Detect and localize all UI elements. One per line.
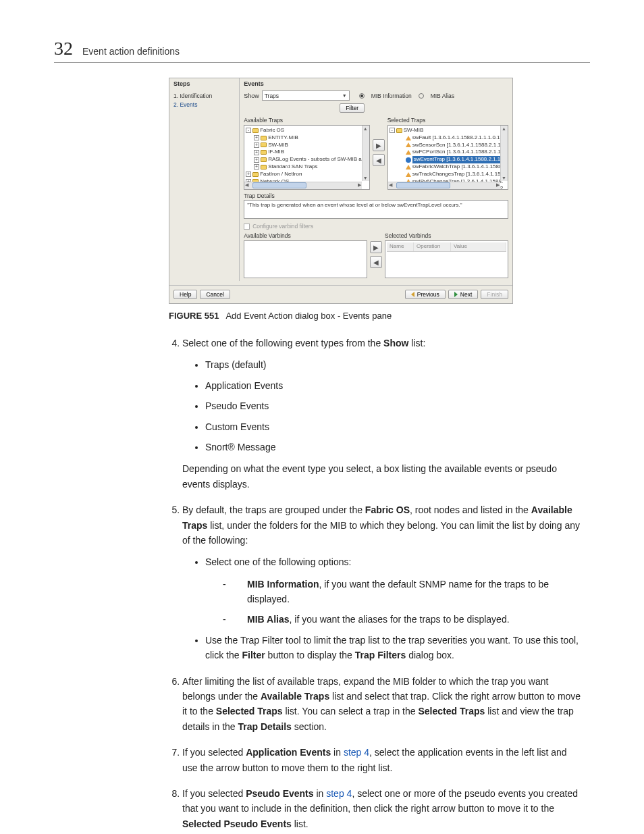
configure-varbind-checkbox[interactable] xyxy=(244,224,250,230)
add-event-action-dialog: Steps 1. Identification 2. Events Events… xyxy=(169,78,513,304)
selected-varbinds-label: Selected Varbinds xyxy=(385,231,508,240)
previous-button[interactable]: Previous xyxy=(405,290,446,299)
varbinds-table-header: Name Operation Value xyxy=(387,242,506,252)
page-header: 32 Event action definitions xyxy=(54,38,590,63)
step-4: Select one of the following event types … xyxy=(182,336,583,492)
list-item: Custom Events xyxy=(205,419,583,434)
filter-button[interactable]: Filter xyxy=(340,103,365,113)
scrollbar-horizontal[interactable] xyxy=(388,182,500,189)
collapse-icon[interactable]: - xyxy=(246,128,251,133)
expand-icon[interactable]: + xyxy=(254,135,259,140)
chevron-down-icon: ▼ xyxy=(342,93,347,98)
wizard-step[interactable]: 2. Events xyxy=(173,101,235,109)
info-icon xyxy=(406,157,411,163)
list-item: Traps (default) xyxy=(205,357,583,372)
instruction-list: Select one of the following event types … xyxy=(54,336,590,831)
list-item: Select one of the following options: MIB… xyxy=(205,554,583,627)
step-5: By default, the traps are grouped under … xyxy=(182,502,583,663)
arrow-right-icon xyxy=(454,292,458,297)
mib-alias-label: MIB Alias xyxy=(431,93,454,99)
expand-icon[interactable]: + xyxy=(246,172,251,177)
expand-icon[interactable]: + xyxy=(254,157,259,163)
selected-traps-label: Selected Traps xyxy=(387,115,508,125)
scrollbar-thumb[interactable] xyxy=(396,182,450,188)
col-value: Value xyxy=(451,242,506,251)
collapse-icon[interactable]: - xyxy=(390,128,395,133)
available-traps-label: Available Traps xyxy=(244,115,369,125)
available-varbinds-label: Available Varbinds xyxy=(244,231,367,240)
tree-node[interactable]: FastIron / NetIron xyxy=(260,171,302,178)
mib-information-radio[interactable] xyxy=(359,93,365,99)
list-item: MIB Alias, if you want the aliases for t… xyxy=(235,612,583,627)
step-4-link[interactable]: step 4 xyxy=(344,747,369,758)
step-4-link[interactable]: step 4 xyxy=(326,788,352,799)
folder-icon xyxy=(396,128,402,133)
tree-leaf[interactable]: swFault [1.3.6.1.4.1.1588.2.1.1.1.0.1] xyxy=(412,134,502,142)
move-right-button[interactable]: ▶ xyxy=(370,241,382,253)
figure-number: FIGURE 551 xyxy=(169,311,219,321)
chapter-title: Event action definitions xyxy=(82,46,180,57)
move-left-button[interactable]: ◀ xyxy=(370,256,382,268)
move-left-button[interactable]: ◀ xyxy=(373,154,385,166)
show-label: Show xyxy=(244,93,259,99)
expand-icon[interactable]: + xyxy=(254,164,259,170)
warning-icon xyxy=(406,172,411,177)
step-8: If you selected Pseudo Events in step 4,… xyxy=(182,786,583,831)
tree-leaf-selected[interactable]: swEventTrap [1.3.6.1.4.1.1588.2.1.1.1 xyxy=(412,156,506,163)
events-title: Events xyxy=(240,78,512,89)
selected-varbinds-list[interactable]: Name Operation Value xyxy=(385,240,508,278)
tree-node[interactable]: Fabric OS xyxy=(260,127,284,134)
tree-node[interactable]: ENTITY-MIB xyxy=(268,134,298,142)
scrollbar-horizontal[interactable] xyxy=(244,182,361,189)
help-button[interactable]: Help xyxy=(173,290,197,299)
tree-leaf[interactable]: swTrackChangesTrap [1.3.6.1.4.1.158 xyxy=(412,171,504,178)
list-item: MIB Information, if you want the default… xyxy=(235,577,583,607)
list-item: Snort® Message xyxy=(205,440,583,454)
figure-dialog: Steps 1. Identification 2. Events Events… xyxy=(169,78,513,304)
finish-button: Finish xyxy=(481,290,508,299)
scrollbar-vertical[interactable] xyxy=(362,126,369,181)
trap-details-box: "This trap is generated when an event wh… xyxy=(244,200,508,219)
next-button[interactable]: Next xyxy=(448,290,478,299)
tree-leaf[interactable]: swSensorScn [1.3.6.1.4.1.1588.2.1.1 xyxy=(412,142,501,149)
expand-icon[interactable]: + xyxy=(254,142,259,148)
trap-details-label: Trap Details xyxy=(240,190,512,200)
tree-node[interactable]: SW-MIB xyxy=(268,142,288,149)
cancel-button[interactable]: Cancel xyxy=(200,290,230,299)
figure-text: Add Event Action dialog box - Events pan… xyxy=(225,311,392,321)
mib-alias-radio[interactable] xyxy=(419,93,424,99)
mib-information-label: MIB Information xyxy=(371,93,412,99)
col-operation: Operation xyxy=(414,242,451,251)
folder-icon xyxy=(252,172,259,177)
selected-traps-list[interactable]: -SW-MIB swFault [1.3.6.1.4.1.1588.2.1.1.… xyxy=(387,125,508,190)
available-varbinds-list[interactable] xyxy=(244,240,367,278)
available-traps-list[interactable]: -Fabric OS +ENTITY-MIB +SW-MIB +IF-MIB +… xyxy=(244,125,369,190)
tree-node[interactable]: IF-MIB xyxy=(268,149,284,156)
tree-leaf[interactable]: swFabricWatchTrap [1.3.6.1.4.1.1588. xyxy=(412,163,504,171)
show-dropdown-value: Traps xyxy=(265,93,279,99)
step-6: After limiting the list of available tra… xyxy=(182,674,583,735)
tree-leaf[interactable]: swFCPortScn [1.3.6.1.4.1.1588.2.1.1.1 xyxy=(412,149,506,156)
tree-node[interactable]: Standard SAN Traps xyxy=(268,163,317,171)
arrow-left-icon xyxy=(411,292,414,297)
dialog-footer: Help Cancel Previous Next Finish xyxy=(169,285,512,303)
warning-icon xyxy=(406,142,411,147)
trap-details-text: "This trap is generated when an event wh… xyxy=(247,202,462,208)
folder-icon xyxy=(261,165,267,170)
wizard-step[interactable]: 1. Identification xyxy=(173,92,235,101)
scrollbar-thumb[interactable] xyxy=(252,182,306,188)
step-7: If you selected Application Events in st… xyxy=(182,745,583,775)
events-pane: Events Show Traps ▼ MIB Information MIB … xyxy=(240,78,512,281)
list-item: Use the Trap Filter tool to limit the tr… xyxy=(205,633,583,663)
warning-icon xyxy=(406,150,411,155)
scrollbar-vertical[interactable] xyxy=(500,126,508,181)
move-right-button[interactable]: ▶ xyxy=(373,139,385,151)
tree-node[interactable]: SW-MIB xyxy=(404,127,424,134)
tree-node[interactable]: RASLog Events - subsets of SW-MIB and xyxy=(268,156,367,163)
step-4-note: Depending on what the event type you sel… xyxy=(182,461,583,492)
show-dropdown[interactable]: Traps ▼ xyxy=(262,90,350,101)
col-name: Name xyxy=(387,242,414,251)
folder-icon xyxy=(261,136,267,140)
folder-icon xyxy=(261,157,267,162)
expand-icon[interactable]: + xyxy=(254,150,259,155)
